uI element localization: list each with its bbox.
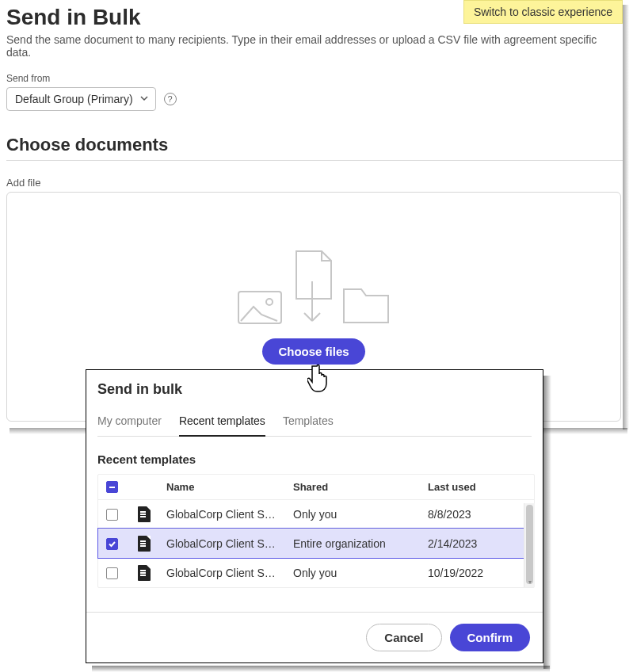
row-shared: Only you bbox=[293, 567, 428, 579]
folder-icon bbox=[342, 288, 390, 324]
chevron-down-icon bbox=[139, 93, 149, 105]
table-row[interactable]: GlobalCorp Client S… Entire organization… bbox=[98, 529, 534, 558]
row-checkbox[interactable] bbox=[106, 538, 118, 550]
svg-rect-0 bbox=[238, 292, 281, 323]
help-icon[interactable]: ? bbox=[164, 93, 177, 105]
tab-recent-templates[interactable]: Recent templates bbox=[179, 410, 265, 437]
image-icon bbox=[238, 291, 282, 324]
row-last-used: 8/8/2023 bbox=[428, 508, 526, 521]
row-last-used: 2/14/2023 bbox=[428, 537, 526, 550]
row-shared: Only you bbox=[293, 508, 428, 521]
dialog-shadow bbox=[92, 666, 550, 672]
dialog-footer: Cancel Confirm bbox=[86, 612, 543, 662]
document-icon bbox=[138, 536, 151, 552]
cancel-button[interactable]: Cancel bbox=[366, 624, 441, 651]
confirm-button[interactable]: Confirm bbox=[450, 624, 531, 651]
col-last-used[interactable]: Last used bbox=[428, 481, 526, 493]
document-icon bbox=[138, 506, 151, 522]
col-name[interactable]: Name bbox=[166, 481, 293, 493]
table-row[interactable]: GlobalCorp Client S… Only you 8/8/2023 bbox=[98, 499, 534, 529]
row-last-used: 10/19/2022 bbox=[428, 567, 526, 579]
scrollbar[interactable]: ▾ bbox=[524, 503, 535, 587]
row-name: GlobalCorp Client S… bbox=[166, 537, 293, 550]
choose-files-button[interactable]: Choose files bbox=[262, 338, 364, 365]
send-from-label: Send from bbox=[6, 73, 623, 84]
send-from-select[interactable]: Default Group (Primary) bbox=[6, 87, 156, 111]
dialog-tabs: My computer Recent templates Templates bbox=[97, 409, 532, 437]
choose-documents-heading: Choose documents bbox=[6, 135, 623, 161]
file-picker-dialog: Send in bulk My computer Recent template… bbox=[86, 369, 543, 663]
panel-shadow bbox=[623, 5, 629, 430]
table-header: Name Shared Last used bbox=[98, 475, 534, 499]
dialog-shadow bbox=[543, 376, 551, 669]
select-all-checkbox[interactable] bbox=[106, 481, 118, 493]
dialog-title: Send in bulk bbox=[97, 381, 532, 398]
scrollbar-down-icon[interactable]: ▾ bbox=[526, 578, 533, 586]
template-table: Name Shared Last used GlobalCorp Client … bbox=[97, 474, 535, 588]
tab-my-computer[interactable]: My computer bbox=[97, 410, 162, 437]
document-icon bbox=[138, 565, 151, 581]
row-checkbox[interactable] bbox=[106, 567, 118, 579]
tab-templates[interactable]: Templates bbox=[283, 410, 334, 437]
row-shared: Entire organization bbox=[293, 537, 428, 550]
col-shared[interactable]: Shared bbox=[293, 481, 428, 493]
page-panel: Switch to classic experience Send in Bul… bbox=[5, 0, 623, 428]
row-name: GlobalCorp Client S… bbox=[166, 508, 293, 521]
row-checkbox[interactable] bbox=[106, 509, 118, 521]
send-from-selected: Default Group (Primary) bbox=[15, 93, 133, 105]
file-download-icon bbox=[290, 250, 334, 324]
table-row[interactable]: GlobalCorp Client S… Only you 10/19/2022 bbox=[98, 558, 534, 587]
dropzone-illustration bbox=[238, 250, 390, 324]
scrollbar-thumb[interactable] bbox=[526, 505, 533, 584]
add-file-label: Add file bbox=[6, 177, 623, 189]
classic-experience-link[interactable]: Switch to classic experience bbox=[463, 0, 623, 24]
row-name: GlobalCorp Client S… bbox=[166, 567, 293, 579]
page-subtitle: Send the same document to many recipient… bbox=[6, 33, 623, 59]
svg-point-1 bbox=[266, 299, 273, 305]
dialog-body-title: Recent templates bbox=[97, 452, 535, 466]
